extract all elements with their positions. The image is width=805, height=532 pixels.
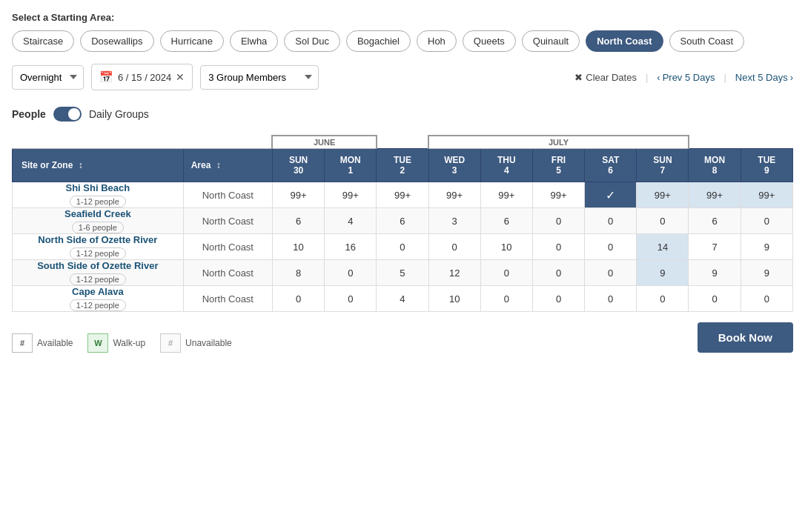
avail-cell-r4-c4[interactable]: 0 [480,286,532,312]
avail-cell-r1-c6[interactable]: 0 [585,208,637,234]
avail-cell-r2-c3[interactable]: 0 [428,234,480,260]
avail-cell-r3-c9[interactable]: 9 [741,260,792,286]
chip-dosewallips[interactable]: Dosewallips [80,30,153,52]
site-capacity-0: 1-12 people [70,196,126,207]
avail-cell-r3-c4[interactable]: 0 [480,260,532,286]
avail-cell-r3-c3[interactable]: 12 [428,260,480,286]
clear-dates-button[interactable]: ✖ Clear Dates [574,72,637,83]
site-cell-2: North Side of Ozette River1-12 people [13,234,184,260]
chip-staircase[interactable]: Staircase [12,30,74,52]
filters-row: OvernightDay Use 📅 6 / 15 / 2024 ✕ 1 Gro… [12,64,793,90]
site-cell-1: Seafield Creek1-6 people [13,208,184,234]
select-area-label: Select a Starting Area: [12,12,793,23]
site-capacity-3: 1-12 people [70,273,126,285]
chip-hurricane[interactable]: Hurricane [160,30,224,52]
avail-cell-r1-c0[interactable]: 6 [272,208,324,234]
book-now-button[interactable]: Book Now [698,322,793,353]
avail-cell-r0-c9[interactable]: 99+ [741,182,792,208]
avail-cell-r2-c1[interactable]: 16 [325,234,377,260]
next-5-days-button[interactable]: Next 5 Days › [735,72,793,83]
site-name-2[interactable]: North Side of Ozette River [13,234,183,245]
sort-icon[interactable]: ↕ [79,160,83,170]
avail-cell-r2-c8[interactable]: 7 [689,234,741,260]
site-cell-3: South Side of Ozette River1-12 people [13,260,184,286]
avail-cell-r0-c2[interactable]: 99+ [377,182,428,208]
trip-type-select[interactable]: OvernightDay Use [12,65,84,90]
avail-cell-r1-c5[interactable]: 0 [532,208,584,234]
avail-cell-r2-c6[interactable]: 0 [585,234,637,260]
date-value: 6 / 15 / 2024 [118,72,171,83]
avail-cell-r3-c5[interactable]: 0 [532,260,584,286]
table-row: North Side of Ozette River1-12 peopleNor… [13,234,793,260]
col-fri-5: FRI5 [532,149,584,182]
avail-cell-r2-c4[interactable]: 10 [480,234,532,260]
avail-cell-r0-c8[interactable]: 99+ [689,182,741,208]
chip-sol-duc[interactable]: Sol Duc [284,30,340,52]
area-cell-0: North Coast [183,182,272,208]
col-site-zone: Site or Zone ↕ [13,149,184,182]
avail-cell-r4-c0[interactable]: 0 [272,286,324,312]
avail-cell-r3-c1[interactable]: 0 [325,260,377,286]
site-name-0[interactable]: Shi Shi Beach [13,182,183,193]
chip-hoh[interactable]: Hoh [417,30,457,52]
avail-cell-r4-c3[interactable]: 10 [428,286,480,312]
avail-cell-r3-c0[interactable]: 8 [272,260,324,286]
avail-cell-r1-c7[interactable]: 0 [637,208,689,234]
avail-cell-r1-c4[interactable]: 6 [480,208,532,234]
avail-cell-r3-c2[interactable]: 5 [377,260,428,286]
chip-quinault[interactable]: Quinault [522,30,580,52]
avail-cell-r2-c2[interactable]: 0 [377,234,428,260]
chip-bogachiel[interactable]: Bogachiel [346,30,411,52]
month-gap [377,136,428,149]
july-month-header: JULY [428,136,689,149]
prev-5-days-button[interactable]: ‹ Prev 5 Days [657,72,715,83]
avail-cell-r1-c2[interactable]: 6 [377,208,428,234]
date-clear-button[interactable]: ✕ [176,71,185,83]
area-cell-4: North Coast [183,286,272,312]
site-cell-4: Cape Alava1-12 people [13,286,184,312]
avail-cell-r4-c8[interactable]: 0 [689,286,741,312]
avail-cell-r2-c7[interactable]: 14 [637,234,689,260]
avail-cell-r4-c6[interactable]: 0 [585,286,637,312]
chip-north-coast[interactable]: North Coast [586,30,663,52]
group-members-select[interactable]: 1 Group Member2 Group Members3 Group Mem… [200,65,319,90]
people-daily-toggle[interactable] [53,107,82,122]
nav-divider-2: | [723,72,726,83]
avail-cell-r3-c8[interactable]: 9 [689,260,741,286]
avail-cell-r0-c5[interactable]: 99+ [532,182,584,208]
avail-cell-r0-c1[interactable]: 99+ [325,182,377,208]
avail-cell-r1-c8[interactable]: 6 [689,208,741,234]
avail-cell-r0-c6[interactable]: ✓ [585,182,637,208]
avail-cell-r0-c3[interactable]: 99+ [428,182,480,208]
site-name-1[interactable]: Seafield Creek [13,208,183,219]
avail-cell-r4-c2[interactable]: 4 [377,286,428,312]
chip-queets[interactable]: Queets [463,30,516,52]
avail-cell-r0-c7[interactable]: 99+ [637,182,689,208]
chip-elwha[interactable]: Elwha [230,30,278,52]
avail-cell-r4-c9[interactable]: 0 [741,286,792,312]
avail-cell-r4-c1[interactable]: 0 [325,286,377,312]
site-zone-label: Site or Zone [21,160,73,170]
avail-cell-r2-c5[interactable]: 0 [532,234,584,260]
avail-cell-r2-c0[interactable]: 10 [272,234,324,260]
avail-cell-r3-c7[interactable]: 9 [637,260,689,286]
clear-dates-label: Clear Dates [586,72,637,83]
area-sort-icon[interactable]: ↕ [216,160,221,170]
avail-cell-r1-c9[interactable]: 0 [741,208,792,234]
site-name-4[interactable]: Cape Alava [13,286,183,297]
avail-cell-r4-c7[interactable]: 0 [637,286,689,312]
month-header-row: JUNE JULY [13,136,793,149]
chip-south-coast[interactable]: South Coast [669,30,745,52]
avail-cell-r1-c3[interactable]: 3 [428,208,480,234]
avail-cell-r0-c4[interactable]: 99+ [480,182,532,208]
site-name-3[interactable]: South Side of Ozette River [13,260,183,271]
avail-cell-r3-c6[interactable]: 0 [585,260,637,286]
month-empty-cell [13,136,273,149]
avail-cell-r1-c1[interactable]: 4 [325,208,377,234]
avail-cell-r4-c5[interactable]: 0 [532,286,584,312]
col-thu-4: THU4 [480,149,532,182]
avail-cell-r0-c0[interactable]: 99+ [272,182,324,208]
avail-cell-r2-c9[interactable]: 9 [741,234,792,260]
area-chips-container: StaircaseDosewallipsHurricaneElwhaSol Du… [12,30,793,52]
area-label: Area [191,160,211,170]
